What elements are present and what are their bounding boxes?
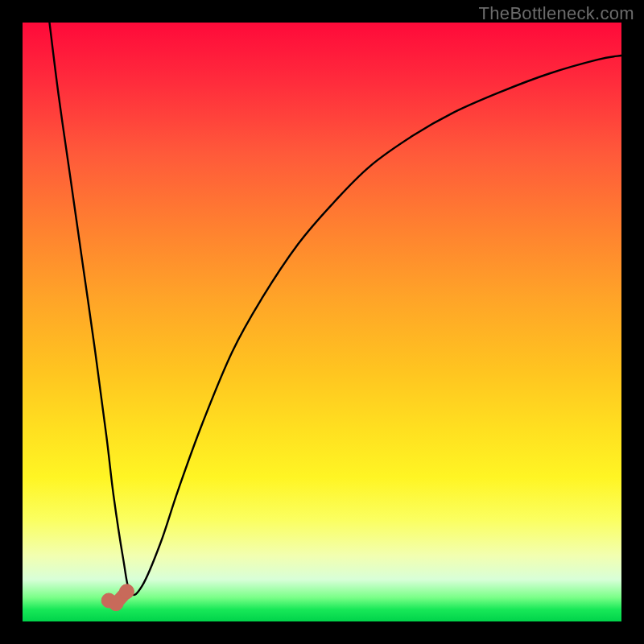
curve-line [49, 23, 621, 595]
watermark-text: TheBottleneck.com [479, 3, 634, 24]
curve-markers [101, 584, 134, 611]
trough-marker [109, 597, 123, 611]
bottleneck-curve [23, 23, 621, 621]
chart-frame: TheBottleneck.com [0, 0, 644, 644]
trough-marker [119, 584, 134, 599]
plot-area [23, 23, 621, 621]
